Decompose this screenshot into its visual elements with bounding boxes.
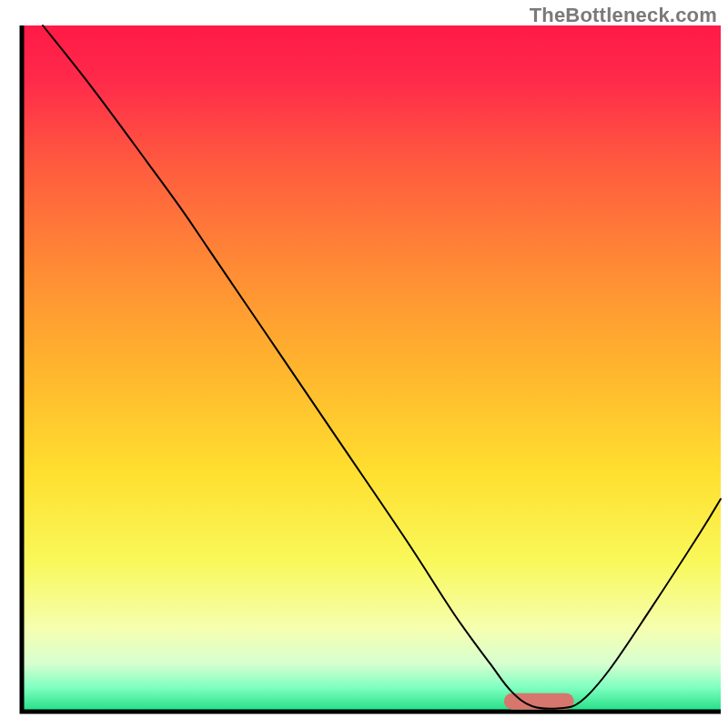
chart-container: TheBottleneck.com: [0, 0, 728, 728]
plot-background: [22, 25, 721, 712]
bottleneck-chart: [0, 0, 728, 728]
